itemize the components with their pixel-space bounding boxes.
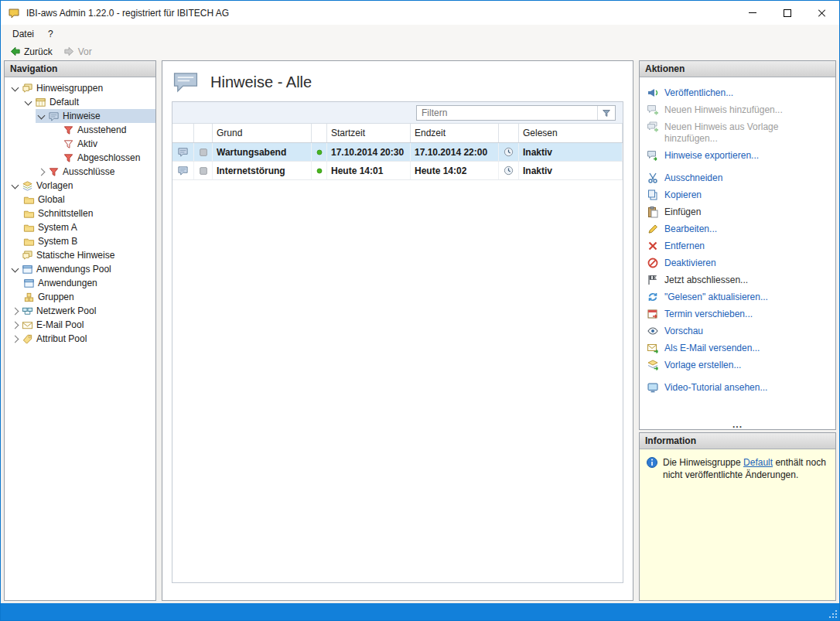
action-neuen-hinweis-hinzufuegen[interactable]: Neuen Hinweis hinzufügen... bbox=[647, 101, 829, 118]
menu-datei[interactable]: Datei bbox=[5, 26, 41, 42]
tree-item-anwendungs-pool[interactable]: Anwendungs Pool bbox=[5, 262, 155, 276]
action-deaktivieren[interactable]: Deaktivieren bbox=[647, 254, 829, 271]
action-entfernen[interactable]: Entfernen bbox=[647, 237, 829, 254]
tree-item-abgeschlossen[interactable]: Abgeschlossen bbox=[5, 151, 155, 165]
chevron-down-icon[interactable] bbox=[22, 97, 34, 108]
action-label: Hinweise exportieren... bbox=[664, 149, 759, 162]
tree-item-statische-hinweise[interactable]: Statische Hinweise bbox=[5, 248, 155, 262]
create-template-icon bbox=[647, 359, 659, 371]
action-gelesen-aktualisieren[interactable]: "Gelesen" aktualisieren... bbox=[647, 288, 829, 305]
action-video-tutorial[interactable]: Video-Tutorial ansehen... bbox=[647, 379, 829, 396]
action-list: Veröffentlichen... Neuen Hinweis hinzufü… bbox=[640, 77, 835, 429]
chevron-down-icon[interactable] bbox=[9, 180, 21, 192]
action-label: Einfügen bbox=[664, 206, 701, 218]
tree-item-label: Netzwerk Pool bbox=[36, 305, 96, 316]
tree-item-schnittstellen[interactable]: Schnittstellen bbox=[5, 206, 155, 220]
folder-icon bbox=[23, 222, 35, 234]
tree-item-default[interactable]: Default bbox=[5, 95, 155, 109]
column-startzeit[interactable]: Startzeit bbox=[327, 124, 411, 142]
maximize-button[interactable] bbox=[770, 2, 804, 25]
column-flag-icon bbox=[194, 124, 213, 142]
tree-item-ausstehend[interactable]: Ausstehend bbox=[5, 123, 155, 137]
tree-item-hinweise[interactable]: Hinweise bbox=[5, 109, 155, 123]
tree-item-vorlagen[interactable]: Vorlagen bbox=[5, 179, 155, 193]
back-label: Zurück bbox=[24, 46, 53, 57]
table-row[interactable]: Internetstörung Heute 14:01 Heute 14:02 … bbox=[172, 162, 623, 180]
default-group-link[interactable]: Default bbox=[743, 457, 773, 468]
app-window: IBI-aws Admin 1.22.0 - registriert für I… bbox=[0, 0, 840, 621]
chevron-right-icon[interactable] bbox=[9, 319, 21, 331]
row-startzeit: 17.10.2014 20:30 bbox=[331, 147, 404, 158]
main-area: Navigation Hinweisgruppen Default Hinwei… bbox=[4, 60, 836, 601]
chevron-down-icon[interactable] bbox=[36, 111, 47, 122]
action-kopieren[interactable]: Kopieren bbox=[647, 186, 829, 203]
publish-icon bbox=[647, 87, 659, 99]
column-gelesen[interactable]: Gelesen bbox=[519, 124, 623, 142]
tree-item-attribut-pool[interactable]: Attribut Pool bbox=[5, 332, 155, 346]
tree-item-system-b[interactable]: System B bbox=[5, 234, 155, 248]
actions-more-indicator[interactable]: ... bbox=[640, 420, 835, 429]
action-label: Neuen Hinweis hinzufügen... bbox=[664, 104, 783, 116]
action-label: Termin verschieben... bbox=[664, 308, 753, 320]
filter-button[interactable] bbox=[597, 106, 615, 120]
tree-item-hinweisgruppen[interactable]: Hinweisgruppen bbox=[5, 81, 155, 95]
filter-input[interactable] bbox=[417, 107, 597, 118]
tree-item-aktiv[interactable]: Aktiv bbox=[5, 137, 155, 151]
column-grund[interactable]: Grund bbox=[213, 124, 312, 142]
send-email-icon bbox=[647, 342, 659, 354]
hinweisgruppen-icon bbox=[22, 83, 33, 94]
action-label: Ausschneiden bbox=[664, 172, 722, 184]
action-bearbeiten[interactable]: Bearbeiten... bbox=[647, 220, 829, 237]
tree-item-label: Vorlagen bbox=[36, 180, 73, 191]
tree-item-anwendungen[interactable]: Anwendungen bbox=[5, 276, 155, 290]
chevron-right-icon[interactable] bbox=[9, 305, 21, 317]
action-neuen-hinweis-aus-vorlage[interactable]: Neuen Hinweis aus Vorlage hinzufügen... bbox=[647, 118, 829, 147]
action-ausschneiden[interactable]: Ausschneiden bbox=[647, 169, 829, 186]
menu-help[interactable]: ? bbox=[41, 26, 60, 42]
hinweise-list: Grund Startzeit Endzeit Gelesen Wartungs… bbox=[172, 101, 623, 583]
edit-icon bbox=[647, 223, 659, 235]
action-einfuegen[interactable]: Einfügen bbox=[647, 203, 829, 220]
tree-item-gruppen[interactable]: Gruppen bbox=[5, 290, 155, 304]
action-veroeffentlichen[interactable]: Veröffentlichen... bbox=[647, 84, 829, 101]
row-gelesen: Inaktiv bbox=[523, 147, 552, 158]
reschedule-calendar-icon bbox=[647, 308, 659, 320]
action-vorlage-erstellen[interactable]: Vorlage erstellen... bbox=[647, 357, 829, 374]
chevron-down-icon[interactable] bbox=[9, 264, 21, 275]
action-jetzt-abschliessen[interactable]: Jetzt abschliessen... bbox=[647, 271, 829, 288]
tag-icon bbox=[22, 333, 33, 345]
tree-item-label: Ausstehend bbox=[77, 125, 126, 135]
tree-item-ausschluesse[interactable]: Ausschlüsse bbox=[5, 165, 155, 179]
action-hinweise-exportieren[interactable]: Hinweise exportieren... bbox=[647, 147, 829, 164]
row-grund: Wartungsabend bbox=[217, 147, 286, 158]
chevron-right-icon[interactable] bbox=[36, 166, 47, 178]
back-button[interactable]: Zurück bbox=[5, 44, 57, 59]
navigation-header: Navigation bbox=[5, 61, 155, 77]
action-als-email-versenden[interactable]: Als E-Mail versenden... bbox=[647, 340, 829, 357]
add-from-template-icon bbox=[647, 121, 659, 133]
forward-button[interactable]: Vor bbox=[59, 44, 97, 59]
hinweis-bubble-icon bbox=[177, 146, 189, 158]
titlebar: IBI-aws Admin 1.22.0 - registriert für I… bbox=[1, 1, 839, 25]
statusbar bbox=[1, 603, 839, 620]
table-row[interactable]: Wartungsabend 17.10.2014 20:30 17.10.201… bbox=[172, 143, 623, 162]
gray-square-icon bbox=[198, 147, 209, 158]
green-dot-icon bbox=[315, 148, 324, 157]
chevron-down-icon[interactable] bbox=[9, 83, 21, 94]
tree-item-global[interactable]: Global bbox=[5, 193, 155, 206]
column-endzeit[interactable]: Endzeit bbox=[411, 124, 499, 142]
tree-item-email-pool[interactable]: E-Mail Pool bbox=[5, 318, 155, 332]
resize-grip[interactable] bbox=[828, 609, 838, 619]
minimize-button[interactable] bbox=[735, 2, 770, 25]
app-icon bbox=[8, 7, 20, 19]
tree-item-netzwerk-pool[interactable]: Netzwerk Pool bbox=[5, 304, 155, 318]
close-button[interactable] bbox=[804, 2, 839, 25]
action-termin-verschieben[interactable]: Termin verschieben... bbox=[647, 305, 829, 322]
navigation-tree: Hinweisgruppen Default Hinweise Ausstehe… bbox=[5, 77, 155, 600]
filter-red-icon bbox=[48, 166, 60, 178]
action-label: Vorlage erstellen... bbox=[664, 359, 741, 371]
chevron-right-icon[interactable] bbox=[9, 333, 21, 345]
tree-item-system-a[interactable]: System A bbox=[5, 220, 155, 234]
tree-item-label: Anwendungen bbox=[38, 278, 97, 288]
action-vorschau[interactable]: Vorschau bbox=[647, 322, 829, 340]
